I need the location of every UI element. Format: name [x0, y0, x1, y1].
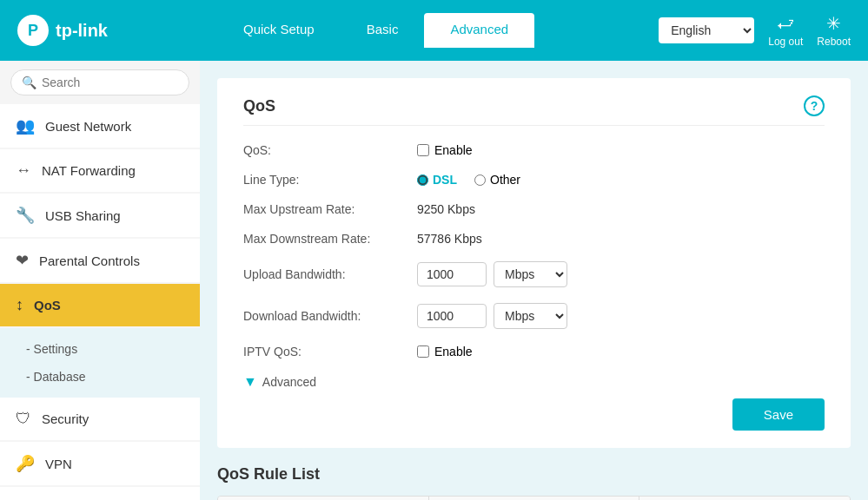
qos-icon: ↕ [16, 296, 23, 314]
iptv-qos-row: IPTV QoS: Enable [243, 345, 825, 359]
advanced-toggle[interactable]: ▼ Advanced [243, 374, 825, 390]
line-type-label: Line Type: [243, 173, 417, 187]
priority-table: High Priority: 60% Middle Priority: 30% … [217, 496, 851, 500]
sidebar-item-guest-network[interactable]: 👥 Guest Network [0, 104, 200, 148]
max-downstream-label: Max Downstream Rate: [243, 232, 417, 246]
layout: 🔍 👥 Guest Network ↔ NAT Forwarding 🔧 USB… [0, 61, 868, 500]
priority-high-cell: High Priority: 60% [218, 497, 429, 500]
logout-button[interactable]: ⮐ Log out [768, 14, 803, 48]
qos-enable-row: QoS: Enable [243, 143, 825, 157]
upload-bw-input[interactable] [417, 262, 487, 286]
max-upstream-row: Max Upstream Rate: 9250 Kbps [243, 202, 825, 216]
security-icon: 🛡 [16, 410, 31, 428]
radio-other-text: Other [490, 173, 520, 187]
sidebar-item-label: USB Sharing [45, 208, 121, 223]
header: P tp-link Quick Setup Basic Advanced Eng… [0, 0, 868, 61]
sidebar-item-parental-controls[interactable]: ❤ Parental Controls [0, 239, 200, 282]
sidebar: 🔍 👥 Guest Network ↔ NAT Forwarding 🔧 USB… [0, 61, 200, 500]
logo-area: P tp-link [17, 15, 217, 46]
sidebar-item-qos[interactable]: ↕ QoS [0, 284, 200, 326]
upload-bw-unit-select[interactable]: Mbps Kbps [494, 261, 567, 287]
qos-enable-checkbox[interactable] [417, 144, 429, 156]
search-box[interactable]: 🔍 [10, 69, 189, 95]
upload-bw-row: Upload Bandwidth: Mbps Kbps [243, 261, 825, 287]
max-upstream-value: 9250 Kbps [417, 202, 475, 216]
main-content: QoS ? QoS: Enable Line Type: DSL [200, 61, 868, 500]
max-downstream-value: 57786 Kbps [417, 232, 482, 246]
qos-label: QoS: [243, 143, 417, 157]
logo-icon: P [17, 15, 49, 46]
iptv-enable-checkbox-label[interactable]: Enable [417, 345, 473, 359]
search-icon: 🔍 [22, 76, 36, 89]
sidebar-item-label: Guest Network [45, 119, 131, 134]
radio-dsl-label[interactable]: DSL [417, 173, 457, 187]
qos-card: QoS ? QoS: Enable Line Type: DSL [217, 78, 851, 448]
download-bw-row: Download Bandwidth: Mbps Kbps [243, 303, 825, 329]
sidebar-item-label: Security [42, 411, 89, 426]
sidebar-item-system-tools[interactable]: ⚙ System Tools [0, 487, 200, 500]
max-downstream-row: Max Downstream Rate: 57786 Kbps [243, 232, 825, 246]
rule-list-title: QoS Rule List [217, 465, 851, 484]
priority-mid-cell: Middle Priority: 30% [429, 497, 640, 500]
sidebar-item-label: NAT Forwarding [42, 163, 136, 178]
search-input[interactable] [42, 76, 178, 89]
parental-icon: ❤ [16, 251, 29, 270]
sidebar-sub-menu: - Settings - Database [0, 328, 200, 398]
iptv-enable-checkbox[interactable] [417, 345, 429, 358]
usb-icon: 🔧 [16, 206, 35, 225]
sidebar-item-security[interactable]: 🛡 Security [0, 398, 200, 440]
download-bw-input[interactable] [417, 304, 487, 328]
line-type-row: Line Type: DSL Other [243, 173, 825, 187]
nat-icon: ↔ [16, 161, 31, 180]
priority-low-cell: Low Priority: 10% [639, 497, 850, 500]
sidebar-sub-item-database[interactable]: - Database [0, 363, 200, 391]
download-bw-label: Download Bandwidth: [243, 309, 417, 323]
qos-rule-list-section: QoS Rule List High Priority: 60% Middle … [217, 465, 851, 500]
reboot-button[interactable]: ✳ Reboot [817, 13, 851, 48]
tab-advanced[interactable]: Advanced [424, 13, 534, 48]
sidebar-item-usb-sharing[interactable]: 🔧 USB Sharing [0, 194, 200, 237]
sidebar-item-label: QoS [34, 298, 61, 312]
line-type-radio-group: DSL Other [417, 173, 520, 187]
qos-enable-text: Enable [434, 143, 473, 157]
upload-bw-label: Upload Bandwidth: [243, 267, 417, 281]
sidebar-item-label: VPN [45, 457, 72, 471]
language-select[interactable]: English [659, 17, 754, 43]
radio-other-label[interactable]: Other [474, 173, 520, 187]
nav-tabs: Quick Setup Basic Advanced [217, 13, 659, 48]
qos-enable-checkbox-label[interactable]: Enable [417, 143, 473, 157]
iptv-qos-label: IPTV QoS: [243, 345, 417, 359]
save-row: Save [243, 398, 825, 431]
sidebar-item-nat-forwarding[interactable]: ↔ NAT Forwarding [0, 149, 200, 192]
tab-quick-setup[interactable]: Quick Setup [217, 13, 341, 48]
radio-dsl[interactable] [417, 174, 428, 186]
upload-bw-input-group: Mbps Kbps [417, 261, 567, 287]
reboot-label: Reboot [817, 36, 851, 48]
radio-other[interactable] [474, 174, 486, 186]
max-upstream-label: Max Upstream Rate: [243, 202, 417, 216]
card-title-row: QoS ? [243, 95, 825, 126]
advanced-toggle-arrow: ▼ [243, 374, 257, 390]
sidebar-item-vpn[interactable]: 🔑 VPN [0, 442, 200, 485]
logout-label: Log out [768, 36, 803, 48]
sidebar-item-label: Parental Controls [39, 253, 140, 268]
help-icon[interactable]: ? [804, 95, 825, 116]
logout-icon: ⮐ [777, 14, 794, 34]
advanced-toggle-label: Advanced [262, 375, 316, 389]
iptv-enable-text: Enable [434, 345, 473, 359]
nav-right: English ⮐ Log out ✳ Reboot [659, 13, 851, 48]
save-button[interactable]: Save [732, 398, 825, 431]
card-title: QoS [243, 97, 275, 115]
logo-text: tp-link [56, 21, 108, 41]
radio-dsl-text: DSL [433, 173, 457, 187]
tab-basic[interactable]: Basic [341, 13, 425, 48]
download-bw-input-group: Mbps Kbps [417, 303, 567, 329]
vpn-icon: 🔑 [16, 454, 35, 473]
reboot-icon: ✳ [826, 13, 841, 34]
sidebar-sub-item-settings[interactable]: - Settings [0, 335, 200, 363]
guest-network-icon: 👥 [16, 116, 35, 135]
download-bw-unit-select[interactable]: Mbps Kbps [494, 303, 567, 329]
